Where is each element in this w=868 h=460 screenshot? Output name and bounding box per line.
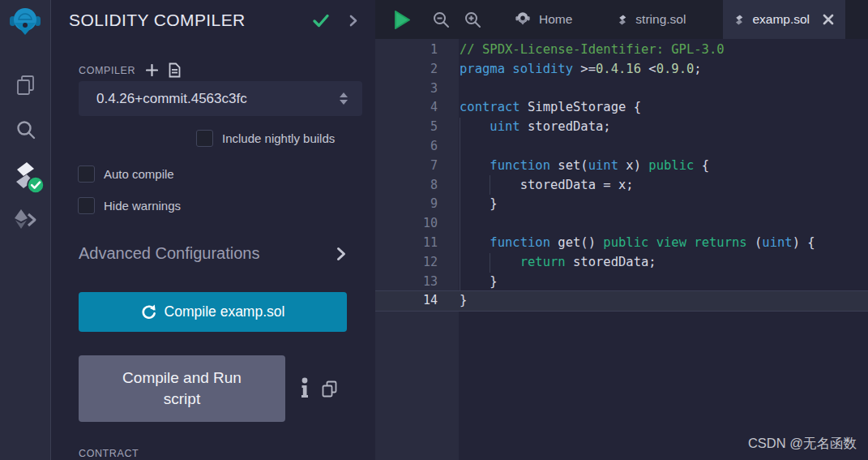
compiler-label: COMPILER xyxy=(79,65,135,76)
code-text: } xyxy=(460,273,498,292)
line-number: 14 xyxy=(375,291,438,311)
checkbox-row: Include nightly builds xyxy=(196,130,335,147)
solidity-compiler-icon[interactable] xyxy=(0,161,51,190)
solidity-file-icon xyxy=(734,12,745,28)
code-editor[interactable]: 1// SPDX-License-Identifier: GPL-3.02pra… xyxy=(375,39,868,460)
compile-button[interactable]: Compile examp.sol xyxy=(79,292,347,332)
line-number: 3 xyxy=(375,80,438,99)
remix-ide-window: SOLIDITY COMPILER COMPILER xyxy=(0,0,868,460)
code-line-12[interactable]: 12 return storedData; xyxy=(375,253,868,273)
tab-examp-sol[interactable]: examp.sol xyxy=(723,0,845,39)
checkbox-include-nightly-builds[interactable] xyxy=(196,130,213,147)
info-icon[interactable] xyxy=(300,377,310,399)
code-line-8[interactable]: 8 storedData = x; xyxy=(375,176,868,196)
file-explorer-icon[interactable] xyxy=(0,73,51,97)
panel-collapse-chevron-icon[interactable] xyxy=(349,15,357,27)
checkbox-label: Include nightly builds xyxy=(222,131,335,145)
line-number: 2 xyxy=(375,60,438,80)
copy-icon[interactable] xyxy=(322,380,337,398)
line-number: 9 xyxy=(375,195,438,214)
tab-label: examp.sol xyxy=(752,12,810,27)
checkbox-row: Auto compile xyxy=(78,166,174,183)
checkbox-label: Hide warnings xyxy=(104,199,181,213)
checkbox-label: Auto compile xyxy=(104,167,174,181)
chevron-right-icon xyxy=(336,247,346,261)
line-number: 8 xyxy=(375,176,438,196)
code-text: contract SimpleStorage { xyxy=(460,98,641,118)
tab-label: Home xyxy=(539,12,572,27)
select-stepper-icon[interactable] xyxy=(340,92,348,105)
code-line-13[interactable]: 13 } xyxy=(375,273,868,292)
code-line-6[interactable]: 6 xyxy=(375,137,868,157)
code-line-14[interactable]: 14} xyxy=(375,291,868,311)
code-line-10[interactable]: 10 xyxy=(375,214,868,234)
tab-home[interactable]: Home xyxy=(502,0,584,39)
code-text: pragma solidity >=0.4.16 <0.9.0; xyxy=(460,60,702,80)
compiler-version-select[interactable]: 0.4.26+commit.4563c3fc xyxy=(79,81,362,116)
remix-logo-icon[interactable] xyxy=(6,6,44,43)
line-number: 11 xyxy=(375,234,438,253)
check-icon xyxy=(312,13,330,28)
code-line-1[interactable]: 1// SPDX-License-Identifier: GPL-3.0 xyxy=(375,41,868,60)
tab-label: string.sol xyxy=(635,12,686,27)
checkbox-hide-warnings[interactable] xyxy=(78,197,95,214)
code-line-11[interactable]: 11 function get() public view returns (u… xyxy=(375,234,868,253)
page-title: SOLIDITY COMPILER xyxy=(69,11,246,30)
compile-run-label-line1: Compile and Run xyxy=(122,368,242,389)
code-text: function set(uint x) public { xyxy=(460,157,709,176)
checkbox-auto-compile[interactable] xyxy=(78,166,95,183)
compile-and-run-script-button[interactable]: Compile and Run script xyxy=(79,355,285,422)
compile-run-label-line2: script xyxy=(164,389,200,410)
compile-button-label: Compile examp.sol xyxy=(165,303,285,320)
code-line-4[interactable]: 4contract SimpleStorage { xyxy=(375,98,868,118)
run-icon[interactable] xyxy=(393,10,412,30)
line-number: 1 xyxy=(375,41,438,60)
code-text: // SPDX-License-Identifier: GPL-3.0 xyxy=(460,41,725,60)
advanced-configurations-toggle[interactable]: Advanced Configurations xyxy=(79,244,346,263)
code-lines: 1// SPDX-License-Identifier: GPL-3.02pra… xyxy=(375,41,868,311)
add-compiler-icon[interactable] xyxy=(146,64,158,76)
zoom-in-icon[interactable] xyxy=(464,11,481,28)
watermark-text: CSDN @无名函数 xyxy=(748,435,857,453)
code-line-9[interactable]: 9 } xyxy=(375,195,868,214)
compiler-section-header: COMPILER xyxy=(79,62,181,78)
close-icon[interactable] xyxy=(823,14,834,25)
line-number: 10 xyxy=(375,214,438,234)
file-doc-icon[interactable] xyxy=(169,62,181,78)
solidity-file-icon xyxy=(618,12,628,28)
open-file-tabs: Homestring.solexamp.sol xyxy=(481,0,845,39)
advanced-configurations-label: Advanced Configurations xyxy=(79,244,259,263)
code-text: function get() public view returns (uint… xyxy=(460,234,815,253)
icon-panel xyxy=(0,0,51,460)
line-number: 13 xyxy=(375,273,438,292)
code-text: } xyxy=(460,195,498,214)
contract-section-label: CONTRACT xyxy=(79,448,139,459)
code-text: storedData = x; xyxy=(460,176,634,196)
deploy-run-icon[interactable] xyxy=(0,208,51,232)
code-line-7[interactable]: 7 function set(uint x) public { xyxy=(375,157,868,176)
code-line-2[interactable]: 2pragma solidity >=0.4.16 <0.9.0; xyxy=(375,60,868,80)
checkbox-row: Hide warnings xyxy=(78,197,181,214)
panel-header: SOLIDITY COMPILER xyxy=(69,11,357,30)
line-number: 6 xyxy=(375,137,438,157)
line-number: 4 xyxy=(375,98,438,118)
remix-logo-icon xyxy=(514,11,532,28)
solidity-compiler-panel: SOLIDITY COMPILER COMPILER xyxy=(52,0,375,460)
editor-region: Homestring.solexamp.sol 1// SPDX-License… xyxy=(375,0,868,460)
compiler-version-value: 0.4.26+commit.4563c3fc xyxy=(96,91,247,107)
code-line-3[interactable]: 3 xyxy=(375,80,868,99)
tab-string-sol[interactable]: string.sol xyxy=(606,0,697,39)
tab-bar: Homestring.solexamp.sol xyxy=(375,0,868,39)
refresh-icon xyxy=(141,304,156,320)
code-text: return storedData; xyxy=(460,253,656,273)
line-number: 12 xyxy=(375,253,438,273)
compile-success-badge-icon xyxy=(27,176,45,197)
zoom-out-icon[interactable] xyxy=(432,11,450,28)
search-icon[interactable] xyxy=(0,118,51,141)
code-line-5[interactable]: 5 uint storedData; xyxy=(375,118,868,137)
code-text: } xyxy=(460,291,467,311)
line-number: 7 xyxy=(375,157,438,176)
code-text: uint storedData; xyxy=(460,118,611,137)
line-number: 5 xyxy=(375,118,438,137)
